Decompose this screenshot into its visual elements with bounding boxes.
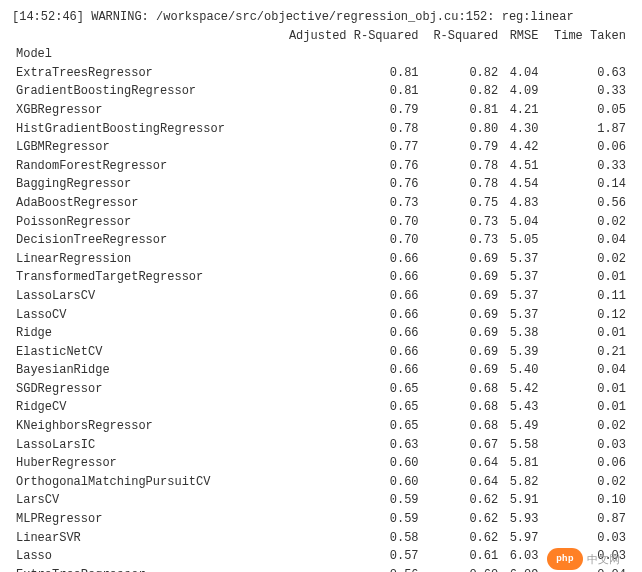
cell-adj-r2: 0.77 [272,138,423,157]
cell-rmse: 5.49 [502,417,542,436]
cell-time: 0.01 [542,324,630,343]
table-row: HuberRegressor0.600.645.810.06 [12,454,630,473]
cell-time: 0.03 [542,529,630,548]
table-row: MLPRegressor0.590.625.930.87 [12,510,630,529]
cell-time: 0.87 [542,510,630,529]
cell-adj-r2: 0.56 [272,566,423,572]
cell-rmse: 5.97 [502,529,542,548]
cell-time: 0.63 [542,64,630,83]
cell-time: 0.10 [542,491,630,510]
cell-time: 0.02 [542,250,630,269]
cell-rmse: 5.37 [502,306,542,325]
cell-adj-r2: 0.63 [272,436,423,455]
cell-time: 0.03 [542,436,630,455]
cell-r2: 0.81 [423,101,503,120]
cell-r2: 0.69 [423,306,503,325]
cell-r2: 0.69 [423,250,503,269]
cell-adj-r2: 0.66 [272,250,423,269]
table-row: SGDRegressor0.650.685.420.01 [12,380,630,399]
cell-model: ExtraTreeRegressor [12,566,272,572]
cell-model: Lasso [12,547,272,566]
cell-time: 0.14 [542,175,630,194]
table-row: LGBMRegressor0.770.794.420.06 [12,138,630,157]
table-row: ElasticNetCV0.660.695.390.21 [12,343,630,362]
cell-model: BayesianRidge [12,361,272,380]
warning-line: [14:52:46] WARNING: /workspace/src/objec… [12,8,630,27]
table-row: ExtraTreeRegressor0.560.606.090.04 [12,566,630,572]
cell-adj-r2: 0.60 [272,454,423,473]
cell-adj-r2: 0.76 [272,157,423,176]
cell-adj-r2: 0.65 [272,398,423,417]
table-row: PoissonRegressor0.700.735.040.02 [12,213,630,232]
index-label-row: Model [12,45,630,64]
cell-adj-r2: 0.70 [272,231,423,250]
cell-time: 0.05 [542,101,630,120]
col-time: Time Taken [542,27,630,46]
table-row: LinearRegression0.660.695.370.02 [12,250,630,269]
table-row: XGBRegressor0.790.814.210.05 [12,101,630,120]
cell-model: LassoLarsIC [12,436,272,455]
cell-time: 0.33 [542,157,630,176]
cell-time: 1.87 [542,120,630,139]
table-row: OrthogonalMatchingPursuitCV0.600.645.820… [12,473,630,492]
cell-r2: 0.64 [423,473,503,492]
table-row: AdaBoostRegressor0.730.754.830.56 [12,194,630,213]
cell-time: 0.12 [542,306,630,325]
cell-adj-r2: 0.59 [272,510,423,529]
cell-r2: 0.69 [423,343,503,362]
cell-r2: 0.73 [423,213,503,232]
cell-rmse: 4.42 [502,138,542,157]
index-label: Model [12,45,630,64]
cell-adj-r2: 0.66 [272,343,423,362]
cell-model: RidgeCV [12,398,272,417]
cell-rmse: 5.42 [502,380,542,399]
cell-time: 0.04 [542,566,630,572]
cell-r2: 0.64 [423,454,503,473]
cell-model: SGDRegressor [12,380,272,399]
cell-rmse: 6.09 [502,566,542,572]
cell-rmse: 5.05 [502,231,542,250]
col-r2: R-Squared [423,27,503,46]
cell-rmse: 5.91 [502,491,542,510]
cell-model: XGBRegressor [12,101,272,120]
cell-rmse: 4.51 [502,157,542,176]
cell-rmse: 5.39 [502,343,542,362]
table-row: Ridge0.660.695.380.01 [12,324,630,343]
cell-r2: 0.79 [423,138,503,157]
cell-rmse: 4.54 [502,175,542,194]
table-row: LinearSVR0.580.625.970.03 [12,529,630,548]
cell-model: AdaBoostRegressor [12,194,272,213]
cell-adj-r2: 0.70 [272,213,423,232]
cell-time: 0.11 [542,287,630,306]
table-row: LassoLarsIC0.630.675.580.03 [12,436,630,455]
table-row: LarsCV0.590.625.910.10 [12,491,630,510]
cell-r2: 0.82 [423,64,503,83]
cell-r2: 0.68 [423,417,503,436]
table-row: DecisionTreeRegressor0.700.735.050.04 [12,231,630,250]
cell-adj-r2: 0.78 [272,120,423,139]
header-row: Adjusted R-Squared R-Squared RMSE Time T… [12,27,630,46]
cell-model: HistGradientBoostingRegressor [12,120,272,139]
cell-r2: 0.60 [423,566,503,572]
cell-model: ElasticNetCV [12,343,272,362]
cell-adj-r2: 0.65 [272,380,423,399]
cell-model: LassoLarsCV [12,287,272,306]
cell-rmse: 5.37 [502,268,542,287]
cell-model: KNeighborsRegressor [12,417,272,436]
cell-r2: 0.61 [423,547,503,566]
cell-r2: 0.62 [423,529,503,548]
cell-rmse: 5.81 [502,454,542,473]
cell-adj-r2: 0.81 [272,64,423,83]
cell-time: 0.06 [542,138,630,157]
cell-time: 0.56 [542,194,630,213]
cell-model: Ridge [12,324,272,343]
cell-r2: 0.82 [423,82,503,101]
table-row: GradientBoostingRegressor0.810.824.090.3… [12,82,630,101]
cell-adj-r2: 0.81 [272,82,423,101]
cell-model: LinearSVR [12,529,272,548]
cell-rmse: 5.04 [502,213,542,232]
cell-model: LarsCV [12,491,272,510]
cell-r2: 0.73 [423,231,503,250]
cell-rmse: 4.30 [502,120,542,139]
cell-rmse: 4.21 [502,101,542,120]
